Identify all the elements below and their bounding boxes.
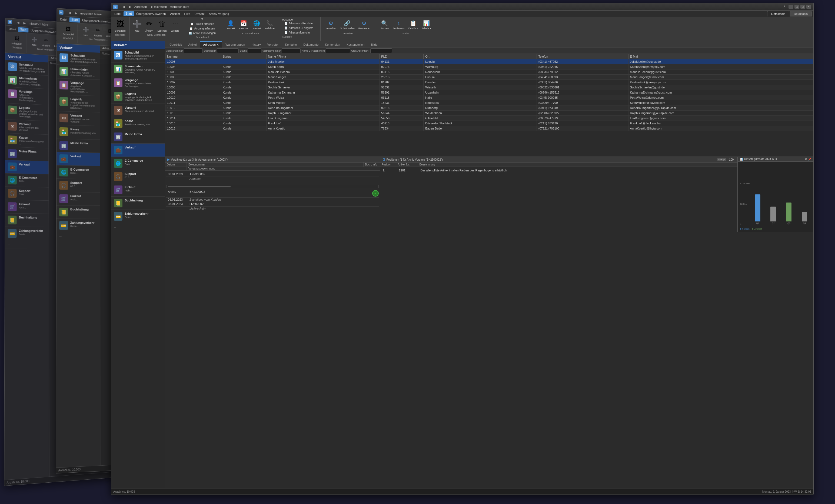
tab-dokumente[interactable]: Dokumente [300, 41, 322, 47]
tab-adressen[interactable]: Adressen ✕ [200, 41, 222, 47]
table-row[interactable]: 10004 Kunde Katrin Barth 97076 Würzburg … [165, 64, 813, 69]
s2-buch[interactable]: 📒 Buchhaltung [57, 205, 100, 219]
s2-more[interactable]: ... [57, 232, 100, 240]
sidebar-zahlung-1[interactable]: 💳 Zahlungsverkehr Beste... [5, 227, 49, 240]
details-btn-m[interactable]: 📋 Details ▾ [408, 19, 419, 31]
filter-name2-input[interactable] [326, 48, 350, 53]
menu-ansicht-m[interactable]: Ansicht [168, 12, 182, 16]
th-tel[interactable]: Telefon [536, 54, 628, 59]
s2-einkauf[interactable]: 🛒 Einkauf Arch... [57, 192, 100, 205]
s2-vorgaenge[interactable]: 📋 Vorgänge Angebote, Lieferscheine, Rech… [57, 78, 100, 96]
filter-adressnr-input[interactable] [184, 48, 203, 53]
table-row[interactable]: 10010 Kunde Petra Weisz 06118 Halle (034… [165, 95, 813, 100]
restore-btn-main[interactable]: ❐ [794, 5, 799, 9]
s2-stamm[interactable]: 📊 Stammdaten Überblick, Artikel, Adresse… [57, 65, 100, 80]
th-ort[interactable]: Ort [424, 54, 537, 59]
ms-versand[interactable]: ✉ Versand Alles rund um den Versand [111, 104, 165, 117]
detail-tools-tab-2[interactable]: Detailtools [790, 11, 812, 17]
s2-verkauf[interactable]: 💼 Verkauf [57, 152, 100, 166]
sidebar-logistik-1[interactable]: 📦 Logistik Vorgänge für die Logistik ver… [5, 103, 48, 121]
vg-row-1[interactable]: 03.01.2023 AN2300002 [166, 172, 379, 177]
table-row[interactable]: 10007 Kunde Kristian Fink 01282 Dresden … [165, 80, 813, 85]
neu-btn-2[interactable]: ➕ Neu [80, 25, 91, 38]
ms-buch[interactable]: 📒 Buchhaltung [111, 197, 165, 210]
qa-back-2[interactable]: ◀ [67, 10, 72, 15]
menu-start-1[interactable]: Start [18, 27, 28, 33]
tab-warengruppen[interactable]: Warengruppen [222, 41, 248, 47]
schnell-vorgang[interactable]: 📋 Vorgang erfassen [187, 26, 217, 31]
menu-uebergeben-m[interactable]: Übergeben/Auswerten [134, 12, 168, 16]
th-status[interactable]: Status [221, 54, 266, 59]
s2-firma[interactable]: 🏢 Meine Firma [57, 139, 100, 153]
schaubild-btn-2[interactable]: 🖼 Schaubild [61, 24, 75, 37]
table-row[interactable]: 10012 Kunde René Baumgartner 90218 Nürnb… [165, 105, 813, 110]
schnittstellen-btn-m[interactable]: 🔗 Schnittstellen [339, 19, 355, 31]
ms-support[interactable]: 🎧 Support 03.01... [111, 170, 165, 183]
ms-ecom[interactable]: 🌐 E-Commerce Datu... [111, 157, 165, 170]
sidebar-kasse-1[interactable]: 🏪 Kasse Positionserfassung von ... [5, 133, 48, 148]
kalender-btn-m[interactable]: 📅 Kalender [238, 19, 249, 31]
sidebar-buch-1[interactable]: 📒 Buchhaltung [5, 213, 48, 227]
ms-zahlung[interactable]: 💳 Zahlungsverkehr Beste... [111, 210, 165, 223]
kontakt-btn-m[interactable]: 👤 Kontakt [225, 19, 236, 31]
th-name[interactable]: Name / Firma [266, 54, 380, 59]
vg-row-li[interactable]: 03.01.2023 LI2300002 [166, 201, 379, 206]
verwalten-btn-m[interactable]: ⚙ Verwalten [325, 19, 337, 31]
loeschen-btn-m[interactable]: 🗑 Löschen [156, 18, 168, 33]
table-row[interactable]: 10009 Kunde Katharina Eichmann 56291 Utz… [165, 90, 813, 95]
menu-start-m[interactable]: Start [124, 12, 134, 16]
sidebar-versand-1[interactable]: ✉ Versand Alles rund um den Versand [5, 120, 48, 135]
qa-fwd-1[interactable]: ▶ [22, 20, 27, 26]
close-btn-main[interactable]: ✕ [806, 5, 811, 9]
sortieren-btn-m[interactable]: ↕ Sortieren ▾ [392, 19, 406, 31]
sidebar-verkauf-1[interactable]: 💼 Verkauf [5, 160, 49, 175]
ms-more[interactable]: ... [111, 223, 165, 231]
qa-back-main[interactable]: ◀ [121, 4, 126, 9]
tab-kontakte[interactable]: Kontakte [282, 41, 300, 47]
menu-umsatz-m[interactable]: Umsatz [192, 12, 206, 16]
ausgabe-form[interactable]: 📄 Adressenformular [282, 30, 312, 35]
tab-uberblick[interactable]: Überblick [166, 41, 185, 47]
table-row[interactable]: 10014 Kunde Lea Bumgarner 54558 Gillenfe… [165, 116, 813, 121]
weitere-btn-m[interactable]: ⋯ Weitere [169, 18, 181, 33]
sidebar-schaubild-1[interactable]: 🖼 Schaubild Abläufe und Strukturen der B… [5, 60, 48, 76]
table-row[interactable]: 10013 Kunde Ralph Bumgarner 56244 Weiden… [165, 110, 813, 116]
help-btn[interactable]: ? [783, 5, 785, 9]
s2-schaubild[interactable]: 🖼 Schaubild Abläufe und Strukturen der B… [57, 51, 100, 66]
qa-back-1[interactable]: ◀ [15, 20, 21, 25]
ms-vorgaenge[interactable]: 📋 Vorgänge Angebote, Lieferscheine, Rech… [111, 76, 165, 90]
qa-fwd-2[interactable]: ▶ [73, 10, 79, 16]
schnell-artikel[interactable]: 🔄 Artikel zurücklegen [186, 31, 218, 36]
menu-uebergeben-2[interactable]: Übergeben/Auswert... [80, 18, 113, 23]
maximize-btn-main[interactable]: □ [800, 5, 805, 9]
sidebar-stamm-1[interactable]: 📊 Stammdaten Überblick, Artikel, Adresse… [5, 74, 48, 89]
table-row[interactable]: 10016 Kunde Anna Koertig 76534 Baden-Bad… [165, 126, 813, 131]
filter-status-input[interactable] [248, 48, 261, 53]
internet-btn-m[interactable]: 🌐 Internet [251, 19, 262, 31]
table-row[interactable]: 10006 Kunde Maria Sanger 25813 Husum (04… [165, 75, 813, 80]
menu-datei-2[interactable]: Datei [58, 17, 69, 22]
menu-datei-1[interactable]: Datei [6, 26, 18, 32]
tab-artikel[interactable]: Artikel [185, 41, 200, 47]
sidebar-support-1[interactable]: 🎧 Support 03.0... [5, 187, 49, 201]
detail-tools-tab-1[interactable]: Detailtools [767, 11, 789, 17]
wahlliste-btn-m[interactable]: 📞 Wahlliste [264, 19, 275, 31]
filter-suchbegriff-input[interactable] [217, 48, 239, 53]
s2-ecom[interactable]: 🌐 E-Commerce Datu... [57, 165, 100, 179]
ms-einkauf[interactable]: 🛒 Einkauf Arch... [111, 183, 165, 197]
th-plz[interactable]: PLZ [380, 54, 424, 59]
menu-datei-m[interactable]: Datei [112, 12, 124, 16]
ms-kasse[interactable]: 🏪 Kasse Positionserfassung von ... [111, 117, 165, 130]
table-row[interactable]: 10008 Kunde Sophie Schaefer 91632 Wieset… [165, 85, 813, 90]
ms-stamm[interactable]: 📊 Stammdaten Überblick, Artikel, Adresse… [111, 62, 165, 76]
suchen-btn-m[interactable]: 🔍 Suchen [380, 19, 390, 31]
menu-hilfe-m[interactable]: Hilfe [182, 12, 192, 16]
sidebar-ecom-1[interactable]: 🌐 E-Commerce Datu... [5, 173, 49, 187]
sidebar-meinefirma-1[interactable]: 🏢 Meine Firma [5, 147, 48, 161]
filter-vertr-input[interactable] [282, 48, 301, 53]
ms-schaubild[interactable]: 🖼 Schaubild Abläufe und Strukturen der B… [111, 49, 165, 62]
table-row[interactable]: 10005 Kunde Manuela Boehm 83115 Neubeuer… [165, 69, 813, 75]
neu-btn-1[interactable]: ➕ Neu [29, 35, 40, 47]
s2-support[interactable]: 🎧 Support 03.0... [57, 179, 100, 193]
vg-row-archiv[interactable]: Archiv BK2300002 ✓ [166, 189, 379, 198]
